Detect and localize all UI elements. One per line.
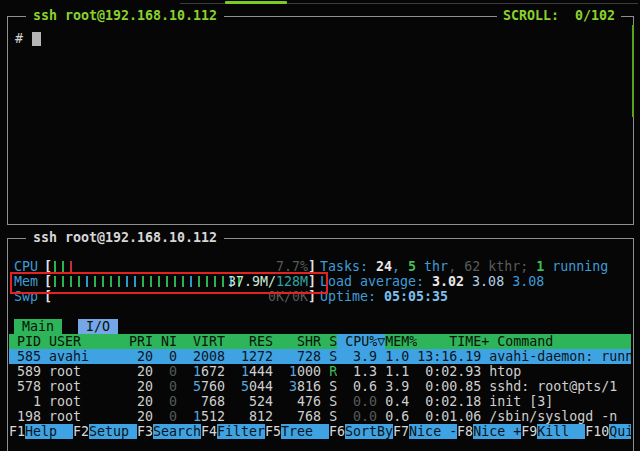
fkey-number: F9	[521, 424, 537, 439]
cell-time: 0:00.85	[417, 379, 481, 394]
cell-res: 812	[233, 409, 273, 424]
column-header-virt[interactable]: VIRT	[185, 334, 225, 349]
cell-command: /sbin/syslogd -n	[489, 409, 631, 424]
cell-virt: 5760	[185, 379, 225, 394]
bottom-pane: ssh root@192.168.10.112 CPU[ 7.7% ] Mem[…	[7, 238, 634, 451]
state-letter: S	[329, 349, 337, 364]
state-letter: S	[329, 409, 337, 424]
text-segment: running	[544, 259, 608, 274]
cell-pid: 589	[9, 364, 41, 379]
cell-user: root	[49, 364, 121, 379]
htop-tabs: Main I/O	[14, 319, 118, 334]
column-header-shr[interactable]: SHR	[281, 334, 321, 349]
cell-mem: 1.0	[377, 349, 409, 364]
magnitude-digits: 3	[289, 379, 297, 394]
cell-command: sshd: root@pts/1	[489, 379, 631, 394]
fkey-f3[interactable]: F3Search	[137, 424, 201, 439]
fkey-number: F7	[393, 424, 409, 439]
fkey-label: Quit	[609, 424, 631, 439]
cell-cpu: 3.9	[337, 349, 377, 364]
fkey-label: Filter	[217, 424, 265, 439]
meter-tick	[70, 261, 78, 272]
fkey-number: F10	[585, 424, 609, 439]
cell-ni: 0	[161, 409, 177, 424]
column-header-command[interactable]: Command	[497, 334, 631, 349]
cell-shr: 728	[281, 349, 321, 364]
column-header-user[interactable]: USER	[49, 334, 121, 349]
magnitude-digits: 1	[289, 364, 297, 379]
fkey-label: Nice -	[409, 424, 457, 439]
cell-user: root	[49, 394, 121, 409]
shell-prompt-line[interactable]: #	[15, 31, 41, 46]
magnitude-digits: 5	[241, 379, 249, 394]
cell-ni: 0	[161, 394, 177, 409]
tab-main[interactable]: Main	[14, 319, 62, 334]
process-row[interactable]: 589root200167214441000R1.31.10:02.93htop	[9, 364, 631, 379]
cursor-block	[32, 32, 41, 46]
column-header-ni[interactable]: NI	[161, 334, 177, 349]
cell-pid: 578	[9, 379, 41, 394]
process-row[interactable]: 198root2001512812768S0.00.60:01.06/sbin/…	[9, 409, 631, 424]
cell-pri: 20	[129, 349, 153, 364]
shell-prompt: #	[15, 31, 23, 46]
cell-state: S	[329, 409, 337, 424]
column-header-mem[interactable]: MEM%	[385, 334, 417, 349]
fkey-number: F4	[201, 424, 217, 439]
fkey-f5[interactable]: F5Tree	[265, 424, 329, 439]
fkey-f1[interactable]: F1Help	[9, 424, 73, 439]
state-letter: R	[329, 364, 337, 379]
process-row[interactable]: 578root200576050443816S0.63.90:00.85sshd…	[9, 379, 631, 394]
column-header-cpu[interactable]: CPU%▽	[337, 334, 385, 349]
fkey-f6[interactable]: F6SortBy	[329, 424, 393, 439]
state-letter: S	[329, 379, 337, 394]
process-row[interactable]: 1root200768524476S0.00.40:02.18init [3]	[9, 394, 631, 409]
fkey-f8[interactable]: F8Nice +	[457, 424, 521, 439]
text-segment: 1	[536, 259, 544, 274]
cell-shr: 1000	[281, 364, 321, 379]
fkey-label: Tree	[281, 424, 329, 439]
process-row[interactable]: 585avahi20020081272728S3.91.013:16.19ava…	[9, 349, 631, 364]
cell-pid: 198	[9, 409, 41, 424]
tab-io[interactable]: I/O	[78, 319, 118, 334]
terminal-screen: ssh root@192.168.10.112 SCROLL: 0/102 # …	[0, 0, 640, 451]
fkey-number: F5	[265, 424, 281, 439]
cell-res: 5044	[233, 379, 273, 394]
cell-shr: 3816	[281, 379, 321, 394]
cell-pri: 20	[129, 394, 153, 409]
meter-tick	[62, 261, 70, 272]
cell-state: S	[329, 349, 337, 364]
column-header-time[interactable]: TIME+	[425, 334, 489, 349]
fkey-f2[interactable]: F2Setup	[73, 424, 137, 439]
cell-state: S	[329, 394, 337, 409]
text-segment: thr	[416, 259, 448, 274]
magnitude-digits: 5	[193, 379, 201, 394]
top-pane: ssh root@192.168.10.112 SCROLL: 0/102 #	[7, 16, 634, 225]
fkey-f10[interactable]: F10Quit	[585, 424, 631, 439]
fkey-f7[interactable]: F7Nice -	[393, 424, 457, 439]
cell-pri: 20	[129, 364, 153, 379]
cell-virt: 1512	[185, 409, 225, 424]
screen-top-green-segment	[225, 1, 287, 4]
magnitude-digits: 1	[241, 349, 249, 364]
column-header-pri[interactable]: PRI	[129, 334, 153, 349]
fkey-label: Search	[153, 424, 201, 439]
column-header-res[interactable]: RES	[233, 334, 273, 349]
magnitude-digits: 2	[193, 349, 201, 364]
fkey-f9[interactable]: F9Kill	[521, 424, 585, 439]
fkey-f4[interactable]: F4Filter	[201, 424, 265, 439]
cell-state: R	[329, 364, 337, 379]
fkey-number: F6	[329, 424, 345, 439]
cell-res: 1444	[233, 364, 273, 379]
cell-virt: 1672	[185, 364, 225, 379]
column-header-state[interactable]: S	[329, 334, 337, 349]
cell-mem: 1.1	[377, 364, 409, 379]
cell-user: root	[49, 379, 121, 394]
cell-res: 524	[233, 394, 273, 409]
column-header-pid[interactable]: PID	[9, 334, 41, 349]
htop-stats: Tasks: 24, 5 thr, 62 kthr; 1 running Loa…	[320, 259, 631, 304]
text-segment: 05:05:35	[384, 289, 448, 304]
cell-pri: 20	[129, 409, 153, 424]
cell-cpu: 0.0	[337, 409, 377, 424]
text-segment: Load average:	[320, 274, 432, 289]
fkey-number: F3	[137, 424, 153, 439]
